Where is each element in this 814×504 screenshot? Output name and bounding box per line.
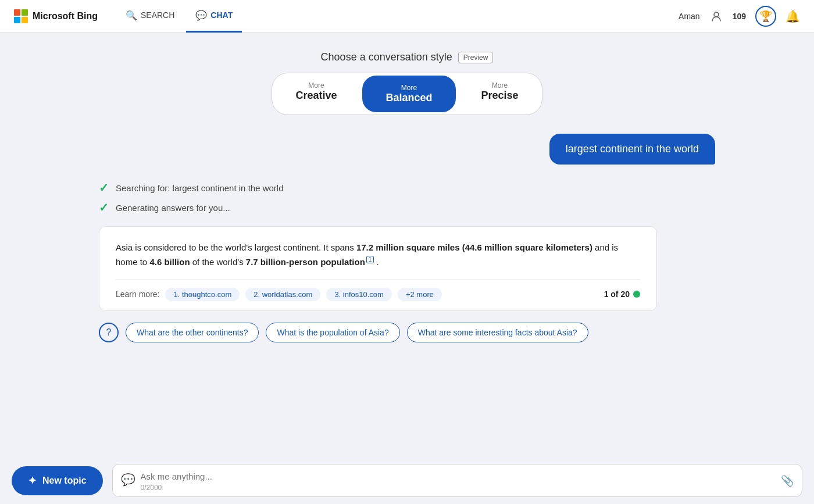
page-count-text: 1 of 20 [604, 288, 630, 301]
check-icon-generate: ✓ [99, 201, 109, 215]
style-balanced-sub: More [401, 84, 417, 92]
style-creative-sub: More [308, 81, 324, 90]
header: Microsoft Bing 🔍 SEARCH 💬 CHAT Aman 109 … [0, 0, 814, 33]
learn-more-label: Learn more: [116, 288, 159, 301]
logo-red-square [14, 9, 20, 16]
check-icon-search: ✓ [99, 181, 109, 195]
preview-badge: Preview [458, 52, 494, 63]
brand-logo: Microsoft Bing [14, 9, 98, 23]
search-nav-item[interactable]: 🔍 SEARCH [116, 0, 184, 33]
chat-icon: 💬 [195, 10, 207, 21]
header-right: Aman 109 🏆 🔔 [679, 6, 800, 27]
style-balanced[interactable]: More Balanced [362, 76, 455, 112]
logo-yellow-square [22, 17, 28, 23]
brand-name: Microsoft Bing [33, 11, 98, 22]
question-icon: ? [99, 323, 119, 342]
logo-green-square [22, 9, 28, 16]
search-icon: 🔍 [126, 10, 137, 21]
style-precise-sub: More [492, 81, 508, 90]
search-status-text: Searching for: largest continent in the … [116, 183, 284, 193]
notifications-button[interactable]: 🔔 [786, 9, 800, 23]
chat-area: largest continent in the world ✓ Searchi… [87, 134, 727, 354]
learn-more-section: Learn more: 1. thoughtco.com 2. worldatl… [116, 279, 640, 301]
input-area: 💬 0/2000 📎 [112, 464, 802, 497]
style-precise-main: Precise [481, 90, 519, 102]
main-nav: 🔍 SEARCH 💬 CHAT [116, 0, 242, 33]
link-2[interactable]: 2. worldatlas.com [245, 288, 320, 301]
style-creative-main: Creative [295, 90, 337, 102]
style-heading: Choose a conversation style [321, 51, 452, 63]
response-citation: 1 [366, 256, 374, 263]
chat-nav-label: CHAT [210, 10, 233, 20]
page-counter: 1 of 20 [604, 288, 640, 301]
generate-status-text: Generating answers for you... [116, 203, 230, 213]
svg-point-0 [714, 12, 719, 17]
style-creative[interactable]: More Creative [272, 73, 360, 115]
link-1[interactable]: 1. thoughtco.com [165, 288, 240, 301]
sparkle-icon: ✦ [28, 474, 37, 487]
response-text: Asia is considered to be the world's lar… [116, 241, 640, 270]
new-topic-label: New topic [42, 476, 87, 486]
green-dot-icon [633, 291, 640, 298]
trophy-button[interactable]: 🏆 [755, 6, 776, 27]
chat-nav-item[interactable]: 💬 CHAT [186, 0, 242, 33]
more-links[interactable]: +2 more [398, 288, 442, 301]
char-count: 0/2000 [141, 484, 792, 492]
style-balanced-main: Balanced [385, 92, 432, 104]
style-selector-label: Choose a conversation style Preview [321, 51, 494, 63]
bottom-bar: ✦ New topic 💬 0/2000 📎 [0, 457, 814, 504]
response-bold1: 17.2 million square miles (44.6 million … [356, 242, 592, 252]
suggest-btn-1[interactable]: What are the other continents? [126, 323, 259, 342]
user-score: 109 [733, 12, 746, 21]
user-icon[interactable] [709, 9, 723, 23]
response-bold3: 7.7 billion-person population [246, 257, 365, 267]
generate-status: ✓ Generating answers for you... [99, 201, 715, 215]
main-content: Choose a conversation style Preview More… [0, 33, 814, 504]
user-message: largest continent in the world [549, 134, 715, 165]
response-card: Asia is considered to be the world's lar… [99, 226, 657, 311]
new-topic-button[interactable]: ✦ New topic [12, 466, 103, 495]
suggest-btn-3[interactable]: What are some interesting facts about As… [407, 323, 588, 342]
response-bold2: 4.6 billion [149, 257, 190, 267]
suggest-btn-2[interactable]: What is the population of Asia? [266, 323, 399, 342]
search-nav-label: SEARCH [141, 10, 174, 20]
microsoft-logo [14, 9, 28, 23]
search-status: ✓ Searching for: largest continent in th… [99, 181, 715, 195]
link-3[interactable]: 3. infos10.com [326, 288, 392, 301]
style-precise[interactable]: More Precise [458, 73, 542, 115]
style-selector: More Creative More Balanced More Precise [272, 73, 542, 115]
input-chat-icon: 💬 [121, 473, 135, 487]
user-name: Aman [679, 12, 700, 21]
send-icon[interactable]: 📎 [781, 474, 794, 487]
logo-blue-square [14, 17, 20, 23]
user-message-wrap: largest continent in the world [99, 134, 715, 165]
suggestions-row: ? What are the other continents? What is… [99, 323, 715, 342]
ask-input[interactable] [141, 471, 792, 481]
